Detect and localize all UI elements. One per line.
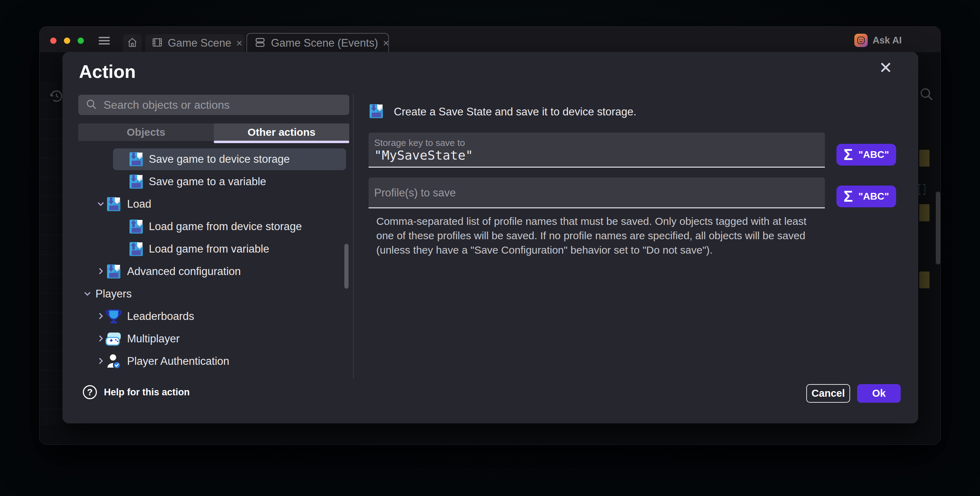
- chevron-right-icon: [97, 334, 105, 344]
- field-help-text: Comma-separated list of profile names th…: [376, 214, 819, 257]
- abc-label: "ABC": [859, 149, 889, 160]
- gamepad-icon: [105, 330, 122, 347]
- ask-ai-button[interactable]: Ask AI: [854, 34, 902, 47]
- title-bar: Game Scene × Game Scene (Events) ×: [40, 27, 940, 52]
- save-icon: [128, 173, 145, 190]
- scene-icon: [152, 37, 163, 49]
- action-description: Create a Save State and save it to devic…: [368, 103, 636, 121]
- save-icon: [128, 151, 145, 168]
- chevron-right-icon: [97, 267, 105, 276]
- chevron-right-icon: [97, 312, 105, 321]
- tree-item-label: Load: [127, 193, 151, 216]
- action-dialog: Action ✕ Objects Other actions: [62, 52, 918, 423]
- tree-item-label: Load game from device storage: [149, 216, 302, 238]
- search-input[interactable]: [103, 98, 342, 111]
- tab-close-icon[interactable]: ×: [383, 37, 389, 49]
- dialog-close-icon[interactable]: ✕: [879, 60, 892, 76]
- tree-item-label: Advanced configuration: [127, 260, 241, 283]
- actions-tree: Save game to device storage Save game to…: [62, 144, 353, 382]
- field-label: Storage key to save to: [374, 138, 465, 148]
- tree-item-load-game-variable[interactable]: Load game from variable: [62, 238, 350, 260]
- profiles-field: Profile(s) to save: [369, 177, 825, 208]
- help-for-action-link[interactable]: ? Help for this action: [83, 385, 190, 399]
- description-text: Create a Save State and save it to devic…: [394, 106, 636, 118]
- ok-button[interactable]: Ok: [857, 384, 900, 403]
- tree-scrollbar[interactable]: [344, 244, 348, 289]
- hamburger-menu-icon[interactable]: [99, 35, 110, 44]
- sigma-icon: Σ: [843, 147, 853, 162]
- expression-builder-button[interactable]: Σ "ABC": [837, 144, 896, 166]
- cancel-button[interactable]: Cancel: [806, 384, 850, 403]
- tab-close-icon[interactable]: ×: [236, 37, 243, 49]
- ask-ai-label: Ask AI: [873, 35, 902, 46]
- tab-label: Game Scene (Events): [271, 37, 378, 49]
- tree-item-label: Leaderboards: [127, 305, 194, 328]
- chevron-down-icon: [97, 200, 105, 209]
- search-icon: [85, 98, 97, 111]
- save-icon: [368, 103, 385, 121]
- search-box: [78, 95, 349, 115]
- tree-item-label: Player Authentication: [127, 350, 229, 372]
- dialog-title: Action: [79, 61, 136, 82]
- desktop: Game Scene × Game Scene (Events) ×: [0, 0, 980, 496]
- profiles-input[interactable]: [374, 193, 795, 207]
- home-tab[interactable]: [123, 34, 142, 52]
- tree-group-leaderboards[interactable]: Leaderboards: [62, 305, 350, 328]
- expression-builder-button[interactable]: Σ "ABC": [837, 185, 896, 207]
- save-icon: [105, 196, 122, 212]
- events-icon: [254, 36, 266, 50]
- chevron-down-icon: [84, 290, 91, 299]
- storage-key-field: Storage key to save to: [369, 133, 825, 168]
- tree-item-label: Multiplayer: [127, 328, 180, 350]
- tree-group-advanced-configuration[interactable]: Advanced configuration: [62, 260, 350, 283]
- tab-objects[interactable]: Objects: [78, 124, 214, 141]
- save-icon: [105, 263, 122, 280]
- trophy-icon: [105, 308, 122, 325]
- minimize-window-button[interactable]: [64, 38, 70, 44]
- ask-ai-icon: [854, 34, 868, 47]
- storage-key-input[interactable]: [374, 148, 795, 162]
- load-icon: [128, 241, 145, 257]
- maximize-window-button[interactable]: [78, 38, 84, 44]
- tree-item-label: Save game to device storage: [149, 148, 290, 171]
- load-icon: [128, 218, 145, 235]
- tab-other-actions[interactable]: Other actions: [214, 124, 349, 141]
- panel-divider: [353, 94, 354, 379]
- tree-group-player-authentication[interactable]: Player Authentication: [62, 350, 350, 372]
- sigma-icon: Σ: [843, 189, 853, 204]
- question-mark-icon: ?: [83, 385, 97, 399]
- person-auth-icon: [105, 353, 122, 370]
- tree-group-multiplayer[interactable]: Multiplayer: [62, 328, 350, 350]
- tab-game-scene[interactable]: Game Scene ×: [145, 34, 245, 52]
- tree-item-label: Players: [95, 283, 132, 305]
- help-link-label: Help for this action: [104, 387, 190, 398]
- tree-item-load-game-device-storage[interactable]: Load game from device storage: [62, 216, 350, 238]
- tree-item-save-game-variable[interactable]: Save game to a variable: [62, 171, 350, 193]
- tree-item-label: Load game from variable: [149, 238, 269, 260]
- tab-game-scene-events[interactable]: Game Scene (Events) ×: [247, 33, 389, 52]
- tree-item-label: Save game to a variable: [149, 171, 266, 193]
- close-window-button[interactable]: [50, 38, 57, 44]
- tab-label: Game Scene: [168, 37, 231, 49]
- chevron-right-icon: [97, 357, 105, 366]
- tree-group-players[interactable]: Players: [62, 283, 350, 305]
- tree-group-load[interactable]: Load: [62, 193, 350, 216]
- dialog-tabs: Objects Other actions: [78, 124, 349, 141]
- tree-item-save-game-device-storage[interactable]: Save game to device storage: [62, 148, 350, 171]
- home-icon: [127, 37, 138, 49]
- abc-label: "ABC": [859, 191, 889, 202]
